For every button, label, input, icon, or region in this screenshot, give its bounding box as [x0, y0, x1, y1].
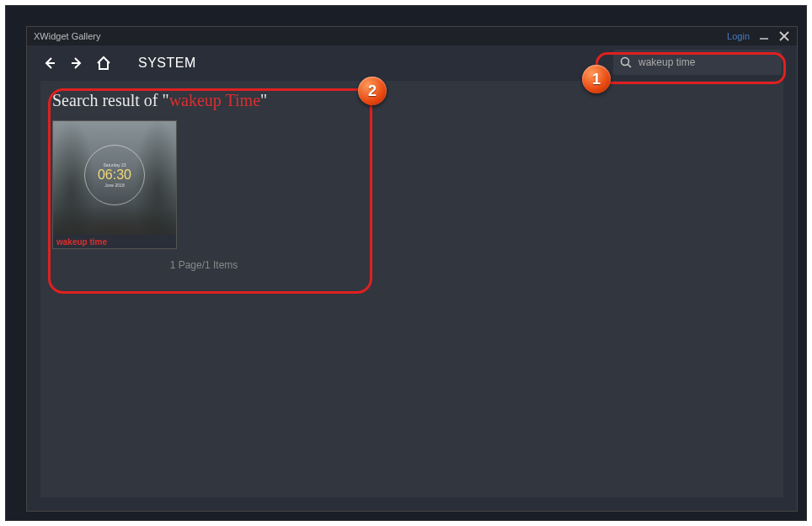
minimize-button[interactable] — [758, 29, 770, 43]
results-heading: Search result of "wakeup Time" — [52, 91, 772, 110]
close-button[interactable] — [778, 30, 790, 42]
screenshot-frame: XWidget Gallery Login SYSTEM — [5, 5, 807, 521]
home-button[interactable] — [91, 50, 116, 76]
heading-prefix: Search result of " — [52, 91, 169, 109]
svg-point-5 — [622, 58, 629, 66]
heading-suffix: " — [260, 91, 267, 109]
clock-month: June 2018 — [104, 183, 124, 188]
window-title: XWidget Gallery — [34, 31, 100, 41]
annotation-badge-2: 2 — [358, 77, 387, 105]
forward-button[interactable] — [64, 50, 89, 76]
search-icon — [620, 56, 632, 68]
app-window: XWidget Gallery Login SYSTEM — [26, 26, 798, 512]
search-results: Search result of "wakeup Time" Saturday … — [52, 91, 772, 271]
back-button[interactable] — [37, 50, 62, 76]
page-title: SYSTEM — [138, 56, 196, 71]
search-input[interactable] — [638, 56, 775, 68]
login-link[interactable]: Login — [727, 31, 750, 41]
pagination-info: 1 Page/1 Items — [52, 259, 355, 271]
nav-bar: SYSTEM — [27, 45, 797, 81]
heading-term: wakeup Time — [169, 91, 260, 109]
clock-icon: Saturday 23 06:30 June 2018 — [84, 145, 145, 205]
search-box[interactable] — [613, 50, 782, 75]
widget-card[interactable]: Saturday 23 06:30 June 2018 wakeup time — [52, 120, 177, 249]
widget-thumbnail: Saturday 23 06:30 June 2018 — [53, 121, 176, 235]
titlebar-controls: Login — [727, 29, 790, 43]
svg-line-6 — [628, 65, 632, 68]
content-area: Search result of "wakeup Time" Saturday … — [40, 81, 783, 497]
titlebar: XWidget Gallery Login — [27, 27, 797, 45]
clock-time: 06:30 — [98, 167, 131, 183]
widget-name: wakeup time — [53, 235, 176, 248]
annotation-badge-1: 1 — [582, 65, 611, 93]
